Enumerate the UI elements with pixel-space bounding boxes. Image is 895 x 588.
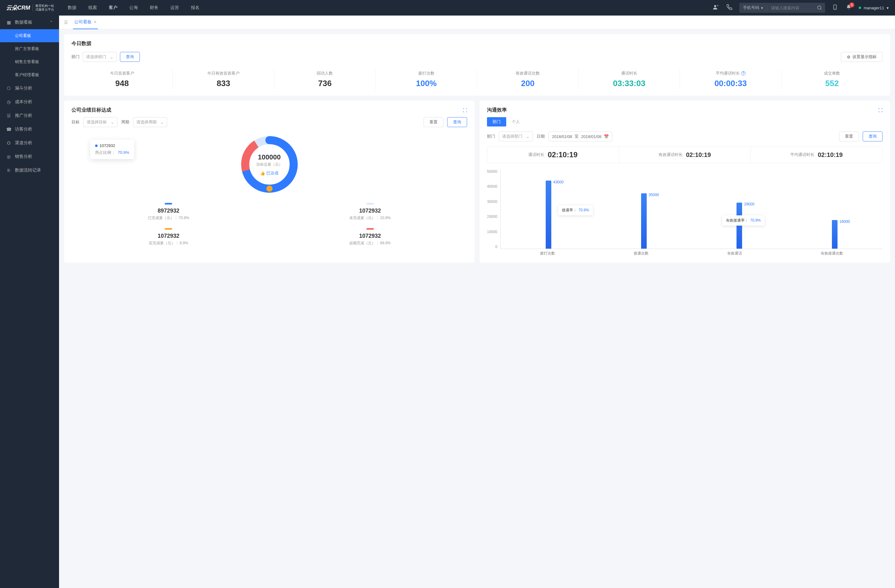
donut-chart: 1072932 所占比例：70.9% 100000	[71, 133, 467, 195]
kpi-label: 回访人数	[275, 71, 375, 76]
sidebar-item[interactable]: ⌬渠道分析	[0, 136, 59, 150]
kpi-label: 今日首咨客户	[71, 71, 173, 76]
sidebar-group-dashboard[interactable]: ▦ 数据看板 ⌃	[0, 15, 59, 29]
add-user-icon[interactable]	[712, 4, 719, 12]
query-button[interactable]: 查询	[863, 132, 883, 141]
kpi-value: 00:00:33	[680, 79, 781, 88]
search-type-label: 手机号码	[743, 5, 759, 11]
svg-point-1	[818, 6, 821, 9]
thumbs-up-icon: 👍	[260, 171, 265, 175]
legend-item: 1072932超额完成（元）89.9%	[273, 228, 467, 246]
search-button[interactable]	[814, 3, 825, 13]
sidebar-item[interactable]: 销售主管看板	[0, 55, 59, 68]
sidebar-item[interactable]: ◷成本分析	[0, 95, 59, 109]
query-button[interactable]: 查询	[447, 117, 467, 127]
sidebar-label: 销售分析	[15, 154, 32, 159]
user-menu[interactable]: manager11 ▾	[859, 6, 889, 10]
sidebar-item[interactable]: 客户经理看板	[0, 68, 59, 82]
nav-item[interactable]: 客户	[108, 0, 119, 15]
x-tick: 接通次数	[634, 251, 649, 256]
target-title: 公司业绩目标达成	[71, 107, 111, 114]
phone-icon[interactable]	[726, 4, 733, 12]
search-input[interactable]	[767, 6, 814, 10]
nav-item[interactable]: 线索	[87, 0, 98, 15]
goal-select[interactable]: 请选择目标 ⌄	[83, 117, 117, 127]
dept-placeholder: 请选择部门	[86, 54, 106, 60]
tooltip-pct: 70.9%	[118, 150, 129, 155]
y-tick: 0	[487, 245, 497, 249]
dept-select[interactable]: 请选择部门 ⌄	[83, 52, 117, 62]
set-indicator-button[interactable]: ⚙ 设置显示指标	[841, 52, 883, 62]
y-tick: 40000	[487, 184, 497, 189]
sidebar-item[interactable]: ◎销售分析	[0, 150, 59, 164]
x-tick: 有效通话	[727, 251, 742, 256]
sidebar-item[interactable]: ⎘数据流转记录	[0, 164, 59, 177]
info-icon[interactable]: ?	[741, 71, 746, 76]
sidebar-item[interactable]: ⎔漏斗分析	[0, 82, 59, 95]
indicator-btn-label: 设置显示指标	[853, 54, 877, 60]
kpi-cell: 有效通话次数200	[477, 69, 579, 89]
menu-icon: ☱	[6, 113, 11, 118]
query-button[interactable]: 查询	[120, 52, 140, 62]
kpi-value: 03:33:03	[579, 79, 680, 88]
kpi-cell: 成交单数552	[781, 69, 883, 89]
kpi-label: 有效通话次数	[477, 71, 578, 76]
menu-icon[interactable]: ☰	[64, 20, 68, 25]
chevron-down-icon: ▾	[887, 6, 889, 10]
tab-dept[interactable]: 部门	[487, 117, 506, 126]
dept-label: 部门	[71, 54, 80, 60]
user-name: manager11	[864, 6, 884, 10]
tab-company-dashboard[interactable]: 公司看板 ✕	[73, 15, 98, 29]
chevron-down-icon: ⌄	[111, 120, 114, 124]
nav-item[interactable]: 财务	[149, 0, 160, 15]
sidebar-label: 渠道分析	[15, 140, 32, 146]
nav-item[interactable]: 数据	[67, 0, 78, 15]
nav-item[interactable]: 公海	[128, 0, 139, 15]
dept-select[interactable]: 请选择部门 ⌄	[499, 132, 533, 141]
tab-label: 公司看板	[74, 19, 92, 25]
close-icon[interactable]: ✕	[94, 20, 97, 24]
sidebar-group-label: 数据看板	[15, 20, 32, 25]
sidebar-item[interactable]: 公司看板	[0, 29, 59, 42]
tab-personal[interactable]: 个人	[506, 117, 525, 126]
status-text: 已达成	[266, 170, 278, 176]
dot-icon	[95, 144, 97, 147]
date-label: 日期	[537, 133, 545, 139]
efficiency-title: 沟通效率	[487, 107, 507, 114]
goal-placeholder: 请选择目标	[87, 119, 107, 125]
stats-bar: 通话时长02:10:19有效通话时长02:10:19平均通话时长02:10:19	[487, 146, 883, 163]
y-tick: 30000	[487, 200, 497, 204]
period-select[interactable]: 请选择周期 ⌄	[133, 117, 167, 127]
legend-value: 8972932	[71, 208, 266, 214]
reset-button[interactable]: 重置	[839, 132, 859, 141]
svg-point-0	[714, 5, 716, 7]
kpi-label: 通话时长	[579, 71, 680, 76]
reset-button[interactable]: 重置	[423, 117, 443, 127]
sidebar-label: 成本分析	[15, 99, 32, 105]
y-tick: 20000	[487, 214, 497, 219]
sidebar-item[interactable]: ☎访客分析	[0, 123, 59, 136]
search-type-select[interactable]: 手机号码 ▾	[739, 5, 767, 11]
date-range-input[interactable]: 2018/01/08 至 2018/01/08 📅	[549, 132, 612, 141]
y-tick: 10000	[487, 230, 497, 234]
nav-item[interactable]: 运营	[169, 0, 180, 15]
expand-icon[interactable]: ⛶	[878, 108, 883, 113]
expand-icon[interactable]: ⛶	[463, 108, 467, 113]
kpi-value: 552	[781, 79, 883, 88]
sidebar-item[interactable]: 推广主管看板	[0, 42, 59, 55]
kpi-cell: 今日首咨客户948	[71, 69, 173, 89]
kpi-value: 100%	[376, 79, 477, 88]
legend-swatch	[366, 203, 374, 205]
donut-center-value: 100000	[256, 153, 282, 161]
today-title: 今日数据	[71, 40, 883, 47]
target-card: 公司业绩目标达成 ⛶ 目标 请选择目标 ⌄ 周期 请选择周期	[64, 101, 475, 263]
sidebar-item[interactable]: ☱推广分析	[0, 109, 59, 123]
bell-icon[interactable]: 5	[845, 5, 853, 12]
search-box: 手机号码 ▾	[739, 3, 825, 13]
mobile-icon[interactable]	[831, 5, 839, 12]
chevron-down-icon: ▾	[761, 6, 763, 10]
nav-item[interactable]: 报名	[190, 0, 201, 15]
kpi-value: 948	[71, 79, 173, 88]
menu-icon: ◎	[6, 154, 11, 159]
legend-item: 1072932应完成量（元）8.9%	[71, 228, 266, 246]
